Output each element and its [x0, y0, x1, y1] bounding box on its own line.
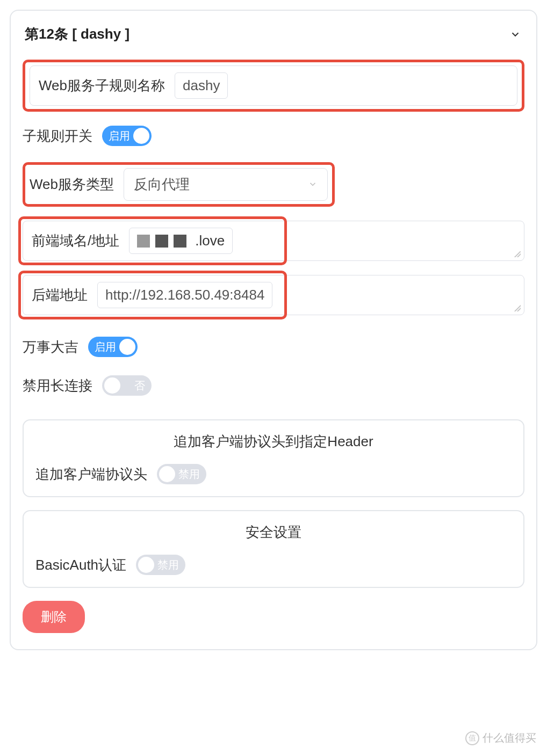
frontend-label: 前端域名/地址 — [32, 231, 119, 250]
header-append-panel: 追加客户端协议头到指定Header 追加客户端协议头 禁用 — [23, 419, 524, 497]
frontend-suffix: .love — [195, 232, 225, 249]
service-type-label: Web服务类型 — [30, 175, 114, 194]
frontend-container: 前端域名/地址 .love — [23, 221, 524, 261]
rule-switch-toggle[interactable]: 启用 — [102, 126, 152, 146]
chevron-down-icon — [308, 176, 318, 193]
backend-label: 后端地址 — [32, 286, 88, 304]
backend-container: 后端地址 http://192.168.50.49:8484 — [23, 275, 524, 315]
toggle-knob — [133, 128, 149, 144]
backend-input[interactable]: http://192.168.50.49:8484 — [97, 282, 272, 308]
rule-switch-label: 子规则开关 — [23, 127, 92, 146]
toggle-off-label: 否 — [134, 379, 145, 393]
redacted-text — [155, 235, 168, 248]
basicauth-toggle[interactable]: 禁用 — [136, 555, 185, 575]
all-ok-toggle[interactable]: 启用 — [88, 337, 138, 357]
toggle-knob — [104, 377, 120, 394]
rule-name-input[interactable]: dashy — [175, 72, 228, 99]
highlight-rule-name: Web服务子规则名称 dashy — [23, 60, 524, 112]
toggle-knob — [138, 557, 154, 573]
disable-keepalive-toggle[interactable]: 否 — [102, 375, 152, 396]
redacted-text — [137, 235, 150, 248]
toggle-off-label: 禁用 — [157, 558, 179, 572]
header-append-toggle[interactable]: 禁用 — [157, 464, 206, 484]
panel-title: 第12条 [ dashy ] — [25, 25, 129, 43]
toggle-knob — [119, 339, 135, 355]
header-append-field-label: 追加客户端协议头 — [35, 465, 147, 484]
security-panel: 安全设置 BasicAuth认证 禁用 — [23, 510, 524, 588]
toggle-knob — [159, 466, 175, 482]
rule-panel: 第12条 [ dashy ] Web服务子规则名称 dashy 子规则开关 启用… — [10, 10, 537, 650]
service-type-value: 反向代理 — [134, 175, 190, 194]
highlight-service-type: Web服务类型 反向代理 — [23, 162, 335, 207]
chevron-down-icon[interactable] — [508, 27, 522, 41]
rule-name-label: Web服务子规则名称 — [39, 76, 165, 95]
rule-name-container: Web服务子规则名称 dashy — [30, 66, 517, 106]
header-append-title: 追加客户端协议头到指定Header — [35, 432, 512, 451]
toggle-off-label: 禁用 — [178, 467, 200, 482]
basicauth-label: BasicAuth认证 — [35, 556, 126, 575]
panel-header[interactable]: 第12条 [ dashy ] — [23, 21, 524, 49]
toggle-on-label: 启用 — [95, 340, 116, 354]
service-type-select[interactable]: 反向代理 — [124, 168, 328, 201]
delete-button[interactable]: 删除 — [23, 601, 85, 633]
toggle-on-label: 启用 — [109, 129, 130, 143]
all-ok-label: 万事大吉 — [23, 338, 78, 357]
security-title: 安全设置 — [35, 523, 512, 542]
disable-keepalive-label: 禁用长连接 — [23, 376, 92, 395]
redacted-text — [174, 235, 186, 248]
frontend-input[interactable]: .love — [129, 228, 233, 254]
